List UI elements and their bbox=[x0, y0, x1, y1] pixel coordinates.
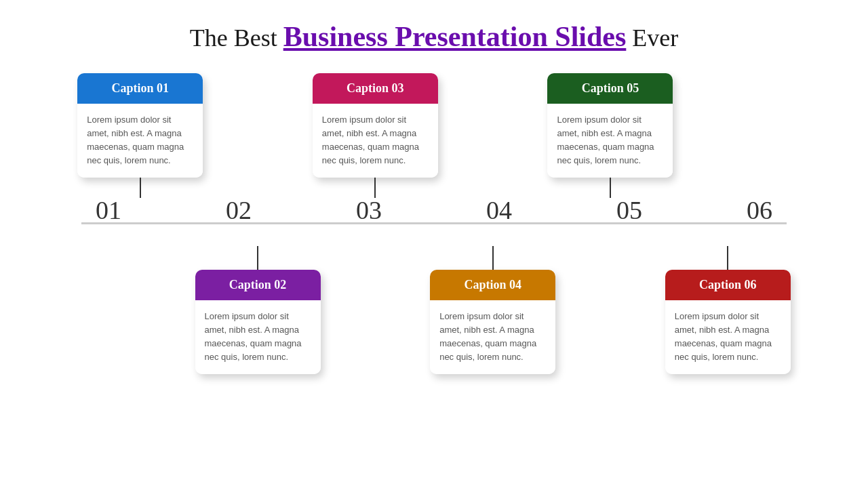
card-03: Caption 03 Lorem ipsum dolor sit amet, n… bbox=[313, 73, 438, 178]
card-slot-05-top: Caption 05 Lorem ipsum dolor sit amet, n… bbox=[551, 73, 669, 198]
card-06: Caption 06 Lorem ipsum dolor sit amet, n… bbox=[665, 270, 791, 374]
timeline-num-03: 03 bbox=[342, 195, 396, 225]
timeline-num-01: 01 bbox=[81, 195, 136, 225]
card-02-title: Caption 02 bbox=[229, 278, 287, 291]
title-suffix: Ever bbox=[626, 24, 678, 52]
card-06-header: Caption 06 bbox=[665, 270, 791, 300]
card-03-body: Lorem ipsum dolor sit amet, nibh est. A … bbox=[313, 104, 438, 178]
cards-top: Caption 01 Lorem ipsum dolor sit amet, n… bbox=[81, 73, 787, 198]
card-06-text: Lorem ipsum dolor sit amet, nibh est. A … bbox=[675, 311, 772, 362]
card-06-title: Caption 06 bbox=[699, 278, 757, 291]
connector-02-bottom bbox=[257, 246, 258, 270]
timeline-container: Caption 01 Lorem ipsum dolor sit amet, n… bbox=[41, 73, 827, 439]
card-slot-06-bottom: Caption 06 Lorem ipsum dolor sit amet, n… bbox=[669, 246, 787, 374]
card-02-header: Caption 02 bbox=[195, 270, 321, 300]
title-area: The Best Business Presentation Slides Ev… bbox=[41, 20, 827, 53]
timeline-num-05: 05 bbox=[602, 195, 656, 225]
slide: The Best Business Presentation Slides Ev… bbox=[0, 0, 868, 488]
card-05: Caption 05 Lorem ipsum dolor sit amet, n… bbox=[547, 73, 673, 178]
title-prefix: The Best bbox=[190, 24, 283, 52]
card-slot-04-bottom: Caption 04 Lorem ipsum dolor sit amet, n… bbox=[434, 246, 551, 374]
card-slot-02-bottom: Caption 02 Lorem ipsum dolor sit amet, n… bbox=[199, 246, 316, 374]
connector-04-bottom bbox=[492, 246, 494, 270]
cards-bottom: Caption 02 Lorem ipsum dolor sit amet, n… bbox=[81, 246, 787, 374]
timeline-num-02: 02 bbox=[212, 195, 266, 225]
card-02: Caption 02 Lorem ipsum dolor sit amet, n… bbox=[195, 270, 321, 374]
timeline-num-06: 06 bbox=[732, 195, 787, 225]
card-03-header: Caption 03 bbox=[313, 73, 438, 104]
card-01-body: Lorem ipsum dolor sit amet, nibh est. A … bbox=[77, 104, 203, 178]
card-02-body: Lorem ipsum dolor sit amet, nibh est. A … bbox=[195, 300, 321, 374]
card-01-title: Caption 01 bbox=[111, 81, 169, 95]
timeline-num-04: 04 bbox=[472, 195, 526, 225]
card-03-text: Lorem ipsum dolor sit amet, nibh est. A … bbox=[322, 115, 419, 165]
connector-05-top bbox=[610, 178, 611, 198]
card-05-header: Caption 05 bbox=[547, 73, 673, 104]
card-03-title: Caption 03 bbox=[347, 81, 404, 95]
card-04-header: Caption 04 bbox=[430, 270, 555, 300]
connector-03-top bbox=[374, 178, 376, 198]
card-05-body: Lorem ipsum dolor sit amet, nibh est. A … bbox=[547, 104, 673, 178]
connector-01-top bbox=[140, 178, 141, 198]
card-04-text: Lorem ipsum dolor sit amet, nibh est. A … bbox=[439, 311, 536, 362]
card-01: Caption 01 Lorem ipsum dolor sit amet, n… bbox=[77, 73, 203, 178]
card-01-header: Caption 01 bbox=[77, 73, 203, 104]
title-highlight: Business Presentation Slides bbox=[283, 21, 627, 52]
card-01-text: Lorem ipsum dolor sit amet, nibh est. A … bbox=[87, 115, 184, 165]
card-slot-01-top: Caption 01 Lorem ipsum dolor sit amet, n… bbox=[81, 73, 199, 198]
card-05-text: Lorem ipsum dolor sit amet, nibh est. A … bbox=[557, 115, 654, 165]
connector-06-bottom bbox=[727, 246, 728, 270]
card-04-title: Caption 04 bbox=[464, 278, 521, 291]
card-slot-03-top: Caption 03 Lorem ipsum dolor sit amet, n… bbox=[317, 73, 434, 198]
card-02-text: Lorem ipsum dolor sit amet, nibh est. A … bbox=[205, 311, 302, 362]
card-05-title: Caption 05 bbox=[582, 81, 639, 95]
card-04: Caption 04 Lorem ipsum dolor sit amet, n… bbox=[430, 270, 555, 374]
card-06-body: Lorem ipsum dolor sit amet, nibh est. A … bbox=[665, 300, 791, 374]
timeline-numbers: 01 02 03 04 05 06 bbox=[81, 195, 787, 225]
card-04-body: Lorem ipsum dolor sit amet, nibh est. A … bbox=[430, 300, 555, 374]
